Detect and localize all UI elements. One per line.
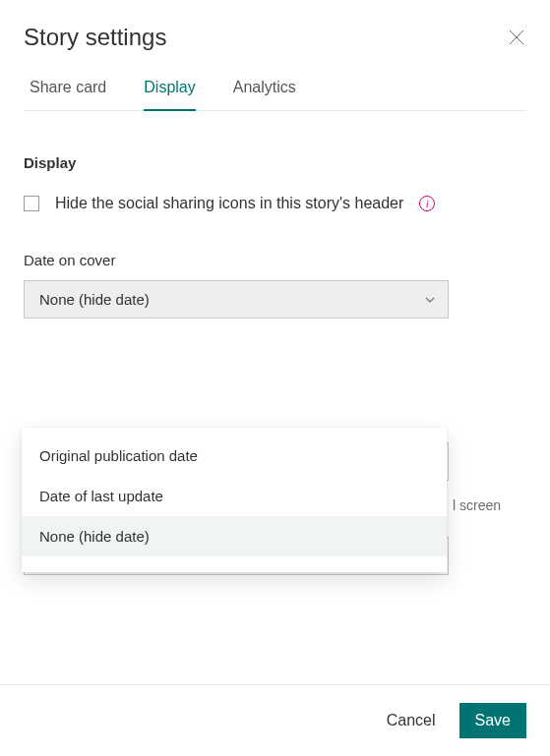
date-on-cover-label: Date on cover xyxy=(24,252,526,268)
date-on-cover-dropdown: Original publication date Date of last u… xyxy=(22,428,447,572)
hide-social-label: Hide the social sharing icons in this st… xyxy=(55,195,403,212)
obscured-text-fragment: l screen xyxy=(453,497,501,513)
save-button[interactable]: Save xyxy=(459,703,526,738)
option-none-hide-date[interactable]: None (hide date) xyxy=(22,516,447,556)
option-original-publication-date[interactable]: Original publication date xyxy=(22,436,447,476)
story-settings-dialog: Story settings Share card Display Analyt… xyxy=(0,0,550,756)
tab-share-card[interactable]: Share card xyxy=(30,79,106,110)
hide-social-row: Hide the social sharing icons in this st… xyxy=(24,195,526,212)
tab-bar: Share card Display Analytics xyxy=(24,79,526,111)
section-heading-display: Display xyxy=(24,154,526,171)
dialog-body: Display Hide the social sharing icons in… xyxy=(0,111,550,684)
date-on-cover-value: None (hide date) xyxy=(39,291,150,308)
info-icon[interactable]: i xyxy=(419,196,435,211)
hide-social-checkbox[interactable] xyxy=(24,196,39,211)
dialog-header: Story settings xyxy=(0,0,550,51)
chevron-down-icon xyxy=(424,294,436,306)
dialog-footer: Cancel Save xyxy=(0,684,550,756)
tab-analytics[interactable]: Analytics xyxy=(233,79,296,110)
tab-display[interactable]: Display xyxy=(144,79,195,110)
option-date-of-last-update[interactable]: Date of last update xyxy=(22,476,447,516)
close-icon[interactable] xyxy=(507,28,526,47)
cancel-button[interactable]: Cancel xyxy=(387,712,436,729)
dialog-title: Story settings xyxy=(24,24,166,51)
date-on-cover-select[interactable]: None (hide date) xyxy=(24,280,449,319)
